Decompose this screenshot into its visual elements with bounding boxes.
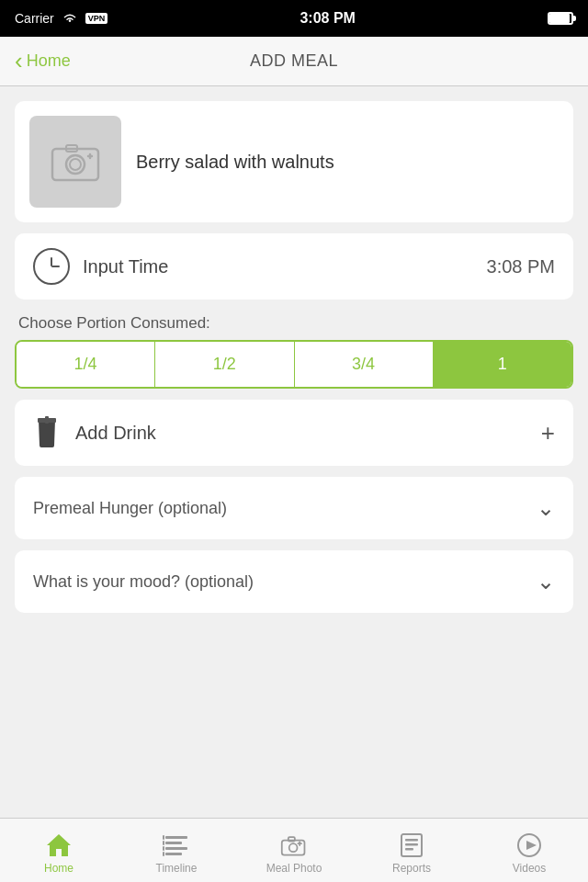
reports-icon [398, 831, 425, 859]
svg-rect-15 [163, 852, 164, 856]
back-label: Home [27, 51, 71, 71]
tab-reports-label: Reports [392, 862, 431, 875]
timeline-icon [163, 831, 190, 859]
videos-icon [515, 831, 543, 859]
add-drink-label: Add Drink [75, 423, 526, 444]
mood-label: What is your mood? (optional) [33, 572, 254, 592]
nav-bar: ‹ Home ADD MEAL [0, 37, 588, 86]
status-bar: Carrier VPN 3:08 PM [0, 0, 588, 37]
camera-plus-icon [50, 140, 101, 184]
wifi-icon [62, 12, 78, 25]
input-time-label: Input Time [83, 256, 474, 277]
premeal-hunger-chevron-icon: ⌄ [537, 495, 555, 521]
tab-bar: Home Timeline Meal Photo [0, 818, 588, 882]
svg-rect-24 [405, 848, 413, 851]
status-time: 3:08 PM [300, 10, 355, 27]
add-drink-card[interactable]: Add Drink + [15, 400, 573, 466]
drink-icon [33, 416, 61, 449]
svg-rect-11 [165, 853, 182, 855]
svg-rect-22 [405, 839, 418, 842]
svg-rect-12 [163, 835, 164, 840]
premeal-hunger-row: Premeal Hunger (optional) ⌄ [15, 477, 573, 539]
meal-name: Berry salad with walnuts [136, 152, 334, 173]
svg-rect-18 [288, 837, 295, 841]
meal-photo-camera-icon [280, 831, 308, 859]
add-drink-plus-icon: + [541, 419, 555, 447]
photo-thumbnail[interactable] [29, 116, 121, 208]
back-button[interactable]: ‹ Home [15, 51, 71, 73]
tab-meal-photo-label: Meal Photo [266, 862, 322, 875]
tab-meal-photo[interactable]: Meal Photo [235, 819, 353, 882]
svg-marker-26 [526, 841, 537, 850]
input-time-card[interactable]: Input Time 3:08 PM [15, 233, 573, 300]
time-row: Input Time 3:08 PM [15, 233, 573, 300]
portion-section: Choose Portion Consumed: 1/4 1/2 3/4 1 [15, 311, 573, 389]
svg-point-2 [70, 159, 81, 170]
svg-rect-7 [45, 416, 49, 424]
portion-selector: 1/4 1/2 3/4 1 [15, 340, 573, 389]
carrier-label: Carrier [15, 11, 54, 26]
tab-home[interactable]: Home [0, 819, 118, 882]
page-title: ADD MEAL [250, 51, 338, 71]
tab-reports[interactable]: Reports [353, 819, 470, 882]
home-icon [45, 831, 73, 859]
clock-icon [33, 248, 70, 285]
svg-rect-10 [165, 847, 187, 850]
svg-rect-9 [165, 842, 182, 844]
tab-home-label: Home [44, 862, 74, 875]
portion-full[interactable]: 1 [434, 342, 571, 387]
mood-chevron-icon: ⌄ [537, 569, 555, 594]
svg-point-17 [289, 843, 298, 852]
tab-videos-label: Videos [513, 862, 546, 875]
portion-quarter[interactable]: 1/4 [17, 342, 155, 387]
tab-timeline[interactable]: Timeline [118, 819, 235, 882]
mood-card[interactable]: What is your mood? (optional) ⌄ [15, 550, 573, 613]
status-bar-left: Carrier VPN [15, 11, 107, 26]
tab-videos[interactable]: Videos [470, 819, 588, 882]
svg-rect-13 [163, 841, 164, 845]
portion-half[interactable]: 1/2 [155, 342, 294, 387]
status-bar-right [548, 12, 573, 25]
svg-rect-14 [163, 846, 164, 851]
battery-icon [548, 12, 573, 25]
mood-row: What is your mood? (optional) ⌄ [15, 550, 573, 613]
vpn-badge: VPN [85, 13, 108, 24]
add-drink-row: Add Drink + [15, 400, 573, 466]
portion-three-quarter[interactable]: 3/4 [295, 342, 434, 387]
premeal-hunger-card[interactable]: Premeal Hunger (optional) ⌄ [15, 477, 573, 539]
premeal-hunger-label: Premeal Hunger (optional) [33, 499, 227, 518]
tab-timeline-label: Timeline [156, 862, 198, 875]
portion-label: Choose Portion Consumed: [15, 311, 573, 340]
svg-rect-23 [405, 843, 418, 846]
svg-rect-0 [52, 149, 98, 180]
main-content: Berry salad with walnuts Input Time 3:08… [0, 86, 588, 818]
svg-rect-16 [282, 841, 305, 855]
svg-rect-8 [165, 836, 187, 839]
input-time-value: 3:08 PM [487, 256, 555, 277]
meal-photo-card: Berry salad with walnuts [15, 101, 573, 222]
back-chevron-icon: ‹ [15, 49, 23, 73]
